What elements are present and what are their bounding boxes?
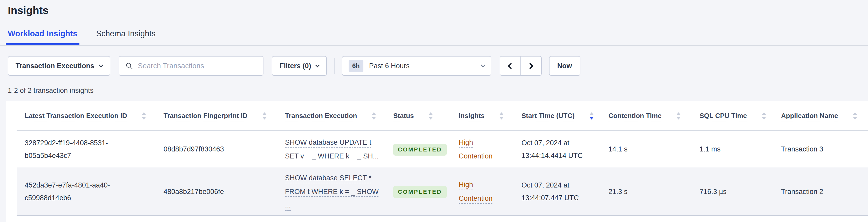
chevron-left-icon xyxy=(508,63,514,69)
transaction-execution-link[interactable]: SHOW database UPDATE t SET v = _ WHERE k… xyxy=(285,138,379,160)
tab-bar: Workload Insights Schema Insights xyxy=(0,29,868,45)
column-header-insights[interactable]: Insights xyxy=(459,112,522,120)
sort-icon xyxy=(142,112,146,120)
results-summary: 1-2 of 2 transaction insights xyxy=(8,87,868,95)
chevron-right-icon xyxy=(527,63,533,69)
toolbar: Transaction Executions Filters (0) 6h Pa… xyxy=(8,56,868,76)
tab-workload-insights[interactable]: Workload Insights xyxy=(6,29,80,45)
cell-contention-time: 14.1 s xyxy=(609,143,700,156)
transaction-execution-link[interactable]: SHOW database SELECT * FROM t WHERE k = … xyxy=(285,174,379,209)
column-header-sql-cpu-time[interactable]: SQL CPU Time xyxy=(700,112,781,120)
sort-icon xyxy=(371,112,376,120)
table-row: 328729d2-ff19-4408-8531- b05a5b4e43c7 08… xyxy=(17,131,868,168)
cell-sql-cpu-time: 1.1 ms xyxy=(700,143,781,156)
table-row: 452da3e7-e7fa-4801-aa40- c59988d14eb6 48… xyxy=(17,168,868,216)
cell-execution-id: 328729d2-ff19-4408-8531- b05a5b4e43c7 xyxy=(17,137,163,162)
sort-icon xyxy=(853,112,857,120)
cell-fingerprint-id: 480a8b217be006fe xyxy=(163,185,285,198)
chevron-down-icon xyxy=(315,63,319,67)
column-header-contention-time[interactable]: Contention Time xyxy=(609,112,700,120)
sort-icon xyxy=(676,112,681,120)
sort-icon xyxy=(262,112,267,120)
search-box[interactable] xyxy=(119,56,264,76)
search-icon xyxy=(125,62,133,70)
insight-link[interactable]: High Contention xyxy=(459,181,493,202)
tab-schema-insights[interactable]: Schema Insights xyxy=(94,29,158,45)
insights-page: Insights Workload Insights Schema Insigh… xyxy=(0,0,868,222)
time-range-dropdown[interactable]: 6h Past 6 Hours xyxy=(342,56,491,76)
column-header-application-name[interactable]: Application Name xyxy=(781,112,868,120)
cell-application-name: Transaction 3 xyxy=(781,143,868,156)
status-badge: COMPLETED xyxy=(393,144,447,156)
cell-contention-time: 21.3 s xyxy=(609,185,700,198)
column-header-transaction-fingerprint-id[interactable]: Transaction Fingerprint ID xyxy=(163,112,285,120)
column-header-status[interactable]: Status xyxy=(393,112,459,120)
column-header-transaction-execution[interactable]: Transaction Execution xyxy=(285,112,393,120)
cell-application-name: Transaction 2 xyxy=(781,185,868,198)
chevron-down-icon xyxy=(481,63,485,67)
insights-table: Latest Transaction Execution ID Transact… xyxy=(6,101,868,222)
now-button[interactable]: Now xyxy=(549,56,580,76)
sort-icon xyxy=(762,112,766,120)
page-title: Insights xyxy=(0,0,868,17)
time-range-chip: 6h xyxy=(349,60,363,72)
table-header-row: Latest Transaction Execution ID Transact… xyxy=(17,101,868,131)
chevron-down-icon xyxy=(99,63,103,67)
time-next-button[interactable] xyxy=(521,57,541,75)
insight-type-dropdown[interactable]: Transaction Executions xyxy=(8,56,110,76)
time-prev-button[interactable] xyxy=(500,57,521,75)
filters-button[interactable]: Filters (0) xyxy=(272,56,327,76)
filters-button-label: Filters (0) xyxy=(280,62,311,70)
search-input[interactable] xyxy=(138,62,257,70)
cell-fingerprint-id: 08d8b7d97f830463 xyxy=(163,143,285,156)
column-header-latest-transaction-execution-id[interactable]: Latest Transaction Execution ID xyxy=(17,112,163,120)
sort-icon xyxy=(499,112,504,120)
cell-execution-id: 452da3e7-e7fa-4801-aa40- c59988d14eb6 xyxy=(17,179,163,204)
cell-start-time: Oct 07, 2024 at 13:44:14.4414 UTC xyxy=(522,137,609,162)
cell-start-time: Oct 07, 2024 at 13:44:07.447 UTC xyxy=(522,179,609,204)
column-header-start-time[interactable]: Start Time (UTC) xyxy=(522,112,609,120)
cell-sql-cpu-time: 716.3 µs xyxy=(700,185,781,198)
toolbar-divider xyxy=(334,58,335,74)
sort-icon-active-desc xyxy=(589,112,594,120)
insight-type-dropdown-label: Transaction Executions xyxy=(16,62,94,70)
sort-icon xyxy=(428,112,433,120)
insight-link[interactable]: High Contention xyxy=(459,138,493,160)
time-pager xyxy=(500,56,542,76)
time-range-label: Past 6 Hours xyxy=(369,62,410,70)
status-badge: COMPLETED xyxy=(393,186,447,198)
